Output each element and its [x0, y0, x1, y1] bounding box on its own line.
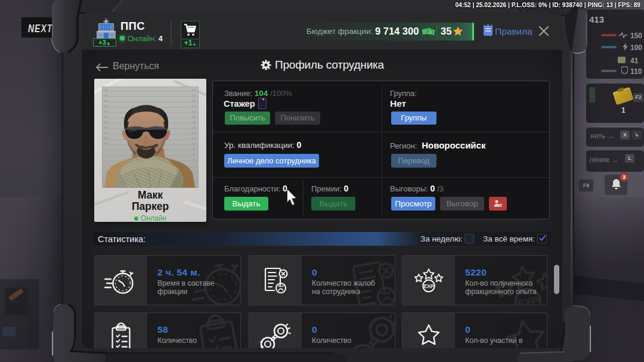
svg-text:160: 160 — [104, 110, 109, 113]
svg-text:70: 70 — [193, 158, 196, 161]
svg-text:130: 130 — [104, 126, 109, 129]
svg-text:160: 160 — [191, 110, 196, 113]
svg-text:140: 140 — [191, 120, 196, 123]
svg-text:80: 80 — [193, 153, 196, 156]
svg-text:150: 150 — [191, 115, 196, 118]
svg-text:110: 110 — [191, 137, 196, 140]
svg-text:110: 110 — [104, 137, 108, 140]
svg-text:180: 180 — [191, 99, 196, 102]
svg-text:90: 90 — [193, 147, 196, 150]
svg-text:120: 120 — [191, 131, 196, 134]
svg-text:190: 190 — [104, 94, 109, 97]
svg-text:200: 200 — [191, 88, 196, 91]
svg-text:100: 100 — [104, 142, 109, 145]
svg-text:140: 140 — [104, 120, 109, 123]
svg-text:200: 200 — [104, 88, 109, 91]
svg-text:190: 190 — [191, 94, 196, 97]
svg-text:150: 150 — [104, 115, 109, 118]
svg-text:130: 130 — [191, 126, 196, 129]
svg-text:120: 120 — [104, 131, 109, 134]
svg-text:170: 170 — [104, 104, 109, 107]
svg-text:180: 180 — [104, 99, 109, 102]
svg-text:100: 100 — [191, 142, 196, 145]
svg-text:170: 170 — [191, 104, 196, 107]
